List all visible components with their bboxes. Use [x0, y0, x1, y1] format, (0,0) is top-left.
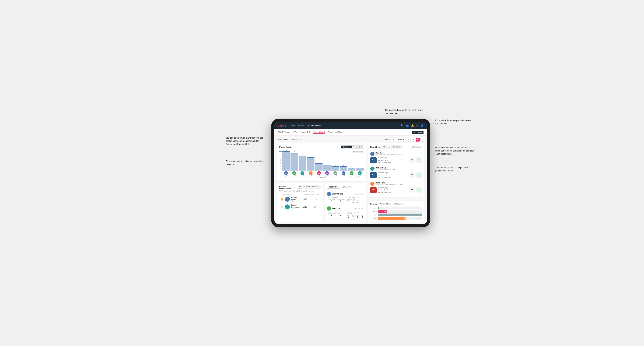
bar	[332, 166, 339, 171]
subnav-all[interactable]: All Players	[336, 131, 344, 134]
scoring-row-label: Birdies	[370, 211, 377, 212]
bar-value: 3	[343, 165, 344, 166]
lb-name-2: Edward Crossman	[291, 204, 299, 208]
lb-rank-2: 2	[281, 205, 284, 208]
practice-drills-tab[interactable]: Practice Drills	[352, 146, 364, 148]
chart-filter-dropdown[interactable]: Total Rounds ▾	[352, 151, 364, 153]
ap-avatar-2	[327, 206, 331, 211]
show-dropdown[interactable]: Last 3 months ▾	[390, 138, 405, 141]
lb-row-1[interactable]: 1 Richard Butler 🥇 1 19/20 110	[279, 195, 321, 203]
shot-avatar-3	[370, 181, 374, 186]
annotation-top-right: Choose the timescale you wish to see the…	[385, 108, 424, 115]
shot-info-1: Shot Dist: 67 yds Start Lie: Rough End L…	[378, 157, 408, 164]
scoring-filter2[interactable]: All Players ▾	[393, 203, 404, 205]
scoring-bar-value: 96	[384, 211, 386, 212]
shot-chevron-3[interactable]: ›	[422, 182, 422, 185]
bar-avatar: RB	[292, 171, 296, 175]
add-icon[interactable]: ⊕	[416, 124, 418, 127]
lb-rank-1: 1	[281, 198, 284, 201]
lb-avg-2: 107	[311, 206, 320, 208]
main-grid: Player Activity On Course Practice Drill…	[277, 143, 424, 222]
subnav-team[interactable]: Team Clippd	[313, 131, 324, 134]
shot-card-2: Blair McHarg 23 Jul 2023 · Ashridge GC, …	[370, 165, 422, 180]
search-icon[interactable]: 🔍	[400, 124, 404, 127]
lb-row-2[interactable]: 2 Edward Crossman 🥈 2 18/20 107	[279, 203, 321, 211]
least-active-tab[interactable]: Least Active	[340, 185, 353, 189]
view-icons: ⊞ ⊟ ♥ ⋮	[407, 138, 424, 142]
all-shots-tab[interactable]: All Shots	[382, 146, 391, 148]
on-course-tab[interactable]: On Course	[341, 146, 352, 148]
bar-group: 2 EC E. Crossman	[348, 166, 356, 176]
shot-badge-3: 198 SG	[370, 187, 376, 193]
lb-name-1: Richard Butler	[291, 197, 299, 200]
bar-value: 2	[360, 166, 360, 167]
shot-metric1-3: 16 yds	[409, 187, 415, 193]
subnav-tour[interactable]: Tour	[328, 131, 332, 134]
shot-card-3: David Ford 24 Aug 2023 · Royal North Dev…	[370, 180, 422, 195]
bar	[299, 156, 306, 171]
bar-group: 2 LR L. Robertson	[356, 166, 364, 176]
shot-chevron-2[interactable]: ›	[422, 168, 422, 170]
nav-teams[interactable]: Teams	[298, 125, 304, 127]
nav-performance[interactable]: My Performance	[307, 125, 321, 127]
bs-header: Best Shots All Shots Best Shots ▾ All Pl…	[370, 145, 422, 149]
best-shots-tab[interactable]: Best Shots	[391, 146, 402, 148]
shot-metrics-1: 67 yds 0 yds	[409, 157, 422, 163]
subnav-pga[interactable]: PGA	[294, 131, 298, 134]
shot-metric2-1: 0 yds	[416, 157, 422, 163]
shot-chevron-1[interactable]: ›	[422, 153, 422, 155]
nav-links: Home Teams My Performance	[290, 125, 321, 127]
lb-header: Practice Leaderboards PUTT Must Make Put…	[279, 185, 321, 189]
ap-date-1: 26 Aug 2023	[356, 193, 364, 195]
bar-group: 5 EE E. Ebert	[315, 162, 323, 176]
grid4-icon[interactable]: ⊟	[411, 138, 415, 142]
shot-metrics-2: 43 yds 0 yds	[409, 172, 422, 178]
subnav-right: Add Team	[412, 131, 424, 134]
annotation-mid-right: Here you can see who's hit the best shot…	[436, 146, 474, 156]
heart-icon[interactable]: ♥	[416, 138, 420, 142]
annotation-top-left: You can select which player is doing the…	[226, 136, 266, 146]
shot-avatar-1	[370, 152, 374, 156]
ap-app-1: 0	[352, 201, 354, 203]
bar-group: 10 DF D. Ford	[299, 154, 306, 176]
bell-icon[interactable]: 🔔	[411, 124, 414, 127]
scoring-row-label: Bogeys	[370, 218, 377, 219]
activity-tabs: Most Active Least Active	[327, 185, 364, 189]
most-active-tab[interactable]: Most Active	[327, 185, 340, 189]
scoring-bar: 3	[378, 206, 379, 209]
show-label: Show:	[384, 139, 389, 141]
ap-total-practice-label-1: Total Practice Activities	[347, 197, 364, 200]
team-title: Team Clippd | 14 Players	[277, 139, 298, 141]
edit-icon[interactable]: ✏️	[300, 139, 302, 141]
shot-info-2: Shot Dist: 43 yds Start Lie: Rough End L…	[378, 172, 408, 178]
ap-practice-2: 4	[340, 214, 341, 216]
ap-gtt-1: 0	[348, 201, 349, 203]
chart-section: On Course Total Rounds ▾ Total Rounds	[279, 150, 364, 179]
scoring-chart: Eagles 3 Birdies 96 Pars 499	[370, 206, 422, 220]
subnav-pgat[interactable]: PGAT Players	[278, 131, 290, 134]
shot-metrics-3: 16 yds 0 yds	[409, 187, 422, 193]
ap-putt-2: 0	[362, 216, 363, 218]
activity-player-2: Rees Britt 02 Sep 2023 Total Rounds	[327, 205, 364, 219]
bar-value: 10	[302, 154, 303, 155]
bar-group: 12 RB R. Britt	[290, 151, 298, 176]
grid3-icon[interactable]: ⊞	[407, 138, 410, 142]
shot-player-name-1: Matt Miller	[376, 152, 404, 154]
bar	[356, 168, 364, 171]
ap-arg-1: 0	[357, 201, 358, 203]
bar-group: 13 BM B. McHarg	[282, 150, 290, 176]
add-team-button[interactable]: Add Team	[412, 131, 424, 134]
bottom-row: Practice Leaderboards PUTT Must Make Put…	[277, 183, 366, 222]
lb-col-score: PB SCORE	[302, 193, 311, 195]
ap-putt-1: 1	[362, 201, 363, 203]
lb-filter[interactable]: PUTT Must Make Putting ... ▾	[298, 185, 321, 189]
people-icon[interactable]: 👥	[406, 124, 408, 127]
settings-icon[interactable]: ⋮	[420, 138, 424, 142]
bs-filter[interactable]: All Players ▾	[411, 146, 422, 148]
ap-tournament-2: 8	[330, 214, 332, 216]
lb-avg-1: 110	[311, 198, 320, 200]
account-icon[interactable]: 👤	[421, 124, 424, 127]
subnav-hcaps[interactable]: Hcaps 1-5	[301, 131, 310, 134]
nav-home[interactable]: Home	[290, 125, 295, 127]
scoring-filter1[interactable]: Par 3, 4 & 5s ▾	[379, 203, 392, 205]
